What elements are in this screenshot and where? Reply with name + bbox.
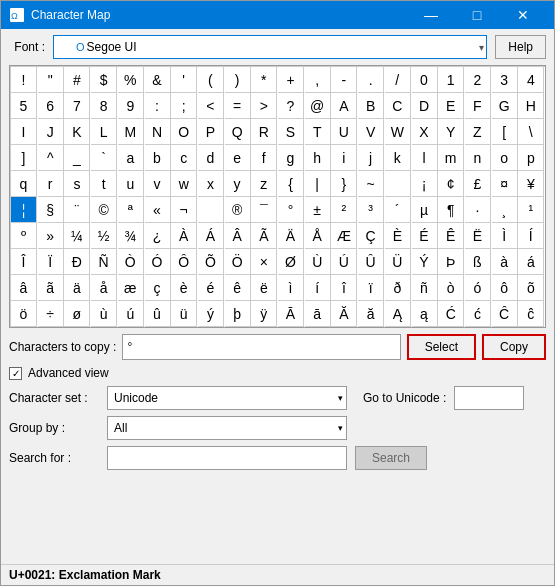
char-cell[interactable]: ý bbox=[198, 301, 224, 327]
char-cell[interactable]: Ì bbox=[492, 223, 518, 249]
char-cell[interactable]: m bbox=[438, 145, 464, 171]
char-cell[interactable]: ï bbox=[358, 275, 384, 301]
char-cell[interactable]: ª bbox=[118, 197, 144, 223]
search-for-input[interactable] bbox=[107, 446, 347, 470]
char-cell[interactable]: ´ bbox=[385, 197, 411, 223]
char-cell[interactable]: ò bbox=[438, 275, 464, 301]
char-cell[interactable]: à bbox=[492, 249, 518, 275]
char-cell[interactable]: Æ bbox=[331, 223, 357, 249]
char-cell[interactable]: Ï bbox=[38, 249, 64, 275]
close-button[interactable]: ✕ bbox=[500, 1, 546, 29]
char-cell[interactable]: V bbox=[358, 119, 384, 145]
char-cell[interactable]: § bbox=[38, 197, 64, 223]
char-cell[interactable]: u bbox=[118, 171, 144, 197]
char-cell[interactable] bbox=[385, 171, 411, 197]
char-cell[interactable]: K bbox=[64, 119, 90, 145]
advanced-view-checkbox[interactable]: ✓ bbox=[9, 367, 22, 380]
char-cell[interactable]: ą bbox=[412, 301, 438, 327]
char-cell[interactable]: Z bbox=[465, 119, 491, 145]
char-cell[interactable]: × bbox=[251, 249, 277, 275]
char-cell[interactable]: ù bbox=[91, 301, 117, 327]
select-button[interactable]: Select bbox=[407, 334, 476, 360]
char-cell[interactable]: ð bbox=[385, 275, 411, 301]
char-cell[interactable]: ¼ bbox=[64, 223, 90, 249]
char-cell[interactable]: } bbox=[331, 171, 357, 197]
char-cell[interactable]: ó bbox=[465, 275, 491, 301]
char-cell[interactable]: r bbox=[38, 171, 64, 197]
char-cell[interactable]: S bbox=[278, 119, 304, 145]
char-cell[interactable]: Ù bbox=[305, 249, 331, 275]
char-cell[interactable]: ¢ bbox=[438, 171, 464, 197]
char-cell[interactable]: O bbox=[171, 119, 197, 145]
help-button[interactable]: Help bbox=[495, 35, 546, 59]
char-cell[interactable]: î bbox=[331, 275, 357, 301]
char-cell[interactable]: c bbox=[171, 145, 197, 171]
char-cell[interactable]: { bbox=[278, 171, 304, 197]
char-cell[interactable]: Ê bbox=[438, 223, 464, 249]
char-cell[interactable]: J bbox=[38, 119, 64, 145]
char-cell[interactable]: ä bbox=[64, 275, 90, 301]
char-cell[interactable]: Ą bbox=[385, 301, 411, 327]
char-cell[interactable]: ` bbox=[91, 145, 117, 171]
char-cell[interactable]: © bbox=[91, 197, 117, 223]
char-cell[interactable]: h bbox=[305, 145, 331, 171]
char-cell[interactable]: Q bbox=[225, 119, 251, 145]
font-dropdown[interactable]: O Segoe UI ▾ bbox=[53, 35, 487, 59]
char-cell[interactable]: ¦ bbox=[11, 197, 37, 223]
char-cell[interactable]: ¤ bbox=[492, 171, 518, 197]
char-cell[interactable]: ç bbox=[145, 275, 171, 301]
char-cell[interactable]: Ø bbox=[278, 249, 304, 275]
char-cell[interactable]: # bbox=[64, 67, 90, 93]
char-cell[interactable]: _ bbox=[64, 145, 90, 171]
char-cell[interactable]: Ñ bbox=[91, 249, 117, 275]
char-cell[interactable]: ; bbox=[171, 93, 197, 119]
char-cell[interactable]: / bbox=[385, 67, 411, 93]
char-cell[interactable]: ^ bbox=[38, 145, 64, 171]
char-cell[interactable]: è bbox=[171, 275, 197, 301]
char-cell[interactable]: ø bbox=[64, 301, 90, 327]
char-cell[interactable]: â bbox=[11, 275, 37, 301]
char-cell[interactable]: T bbox=[305, 119, 331, 145]
char-cell[interactable]: È bbox=[385, 223, 411, 249]
char-cell[interactable]: l bbox=[412, 145, 438, 171]
char-cell[interactable]: B bbox=[358, 93, 384, 119]
char-cell[interactable]: R bbox=[251, 119, 277, 145]
char-cell[interactable]: Ð bbox=[64, 249, 90, 275]
char-cell[interactable]: 5 bbox=[11, 93, 37, 119]
char-cell[interactable]: n bbox=[465, 145, 491, 171]
char-cell[interactable]: Ý bbox=[412, 249, 438, 275]
char-cell[interactable]: ã bbox=[38, 275, 64, 301]
char-cell[interactable]: é bbox=[198, 275, 224, 301]
char-cell[interactable]: ¾ bbox=[118, 223, 144, 249]
char-cell[interactable]: + bbox=[278, 67, 304, 93]
char-cell[interactable]: j bbox=[358, 145, 384, 171]
char-cell[interactable]: F bbox=[465, 93, 491, 119]
char-cell[interactable]: À bbox=[171, 223, 197, 249]
char-cell[interactable]: Ó bbox=[145, 249, 171, 275]
char-cell[interactable]: P bbox=[198, 119, 224, 145]
char-cell[interactable]: ¡ bbox=[412, 171, 438, 197]
char-cell[interactable]: N bbox=[145, 119, 171, 145]
char-cell[interactable]: * bbox=[251, 67, 277, 93]
char-cell[interactable]: Ü bbox=[385, 249, 411, 275]
char-cell[interactable]: ¸ bbox=[492, 197, 518, 223]
char-cell[interactable]: · bbox=[465, 197, 491, 223]
char-cell[interactable]: ü bbox=[171, 301, 197, 327]
group-by-select[interactable]: All Unicode Subrange Unicode Category bbox=[107, 416, 347, 440]
char-cell[interactable]: É bbox=[412, 223, 438, 249]
char-cell[interactable]: ā bbox=[305, 301, 331, 327]
char-cell[interactable]: « bbox=[145, 197, 171, 223]
char-cell[interactable]: o bbox=[492, 145, 518, 171]
char-cell[interactable]: æ bbox=[118, 275, 144, 301]
char-cell[interactable]: ® bbox=[225, 197, 251, 223]
char-cell[interactable]: | bbox=[305, 171, 331, 197]
char-cell[interactable]: x bbox=[198, 171, 224, 197]
char-cell[interactable]: Ö bbox=[225, 249, 251, 275]
char-cell[interactable]: \ bbox=[518, 119, 544, 145]
char-cell[interactable]: Ć bbox=[438, 301, 464, 327]
char-cell[interactable]: Â bbox=[225, 223, 251, 249]
char-cell[interactable]: ½ bbox=[91, 223, 117, 249]
char-cell[interactable]: 9 bbox=[118, 93, 144, 119]
character-set-select[interactable]: Unicode Windows: Western DOS: Latin US bbox=[107, 386, 347, 410]
char-cell[interactable]: w bbox=[171, 171, 197, 197]
